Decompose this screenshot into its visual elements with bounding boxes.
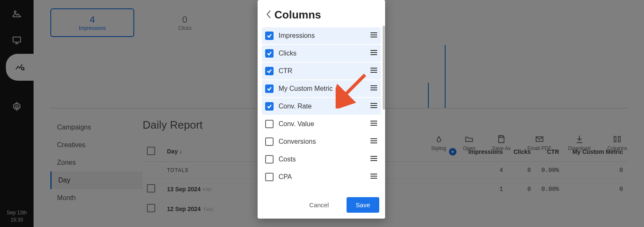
column-label: Clicks (279, 50, 365, 57)
drag-handle-icon[interactable] (370, 120, 378, 128)
drag-handle-icon[interactable] (370, 103, 378, 110)
column-checkbox[interactable] (265, 102, 274, 111)
drag-handle-icon[interactable] (370, 50, 378, 57)
drag-handle-icon[interactable] (370, 156, 378, 163)
back-icon[interactable] (266, 10, 272, 21)
column-label: Impressions (279, 32, 365, 40)
column-checkbox[interactable] (265, 84, 274, 93)
column-checkbox[interactable] (265, 49, 274, 58)
column-label: Conversions (279, 138, 365, 145)
column-checkbox[interactable] (265, 137, 274, 146)
column-item[interactable]: Conversions (262, 133, 381, 150)
column-item[interactable]: Clicks (262, 45, 381, 62)
drag-handle-icon[interactable] (370, 67, 378, 75)
column-label: Conv. Value (279, 120, 365, 128)
drag-handle-icon[interactable] (370, 32, 378, 40)
column-item[interactable]: Conv. Rate (262, 98, 381, 115)
modal-title: Columns (274, 8, 321, 21)
cancel-button[interactable]: Cancel (300, 197, 338, 213)
column-label: Costs (279, 156, 365, 163)
modal-header: Columns (258, 0, 385, 26)
column-item[interactable]: Conv. Value (262, 116, 381, 132)
column-label: My Custom Metric (279, 85, 365, 92)
drag-handle-icon[interactable] (370, 138, 378, 145)
columns-modal: Columns ImpressionsClicksCTRMy Custom Me… (258, 0, 385, 219)
column-item[interactable]: CPA (262, 169, 381, 185)
column-label: CTR (279, 67, 365, 75)
save-button[interactable]: Save (347, 197, 379, 213)
column-label: CPA (279, 173, 365, 181)
modal-body[interactable]: ImpressionsClicksCTRMy Custom MetricConv… (258, 26, 385, 191)
drag-handle-icon[interactable] (370, 85, 378, 92)
column-item[interactable]: Costs (262, 151, 381, 168)
drag-handle-icon[interactable] (370, 173, 378, 181)
scrollbar-thumb[interactable] (383, 26, 385, 110)
column-checkbox[interactable] (265, 67, 274, 75)
column-item[interactable]: My Custom Metric (262, 80, 381, 97)
column-item[interactable]: CTR (262, 63, 381, 79)
column-checkbox[interactable] (265, 120, 274, 128)
column-checkbox[interactable] (265, 32, 274, 40)
chevron-left-icon (266, 10, 272, 19)
modal-footer: Cancel Save (258, 191, 385, 219)
column-checkbox[interactable] (265, 173, 274, 181)
column-checkbox[interactable] (265, 155, 274, 164)
column-item[interactable]: Impressions (262, 27, 381, 44)
column-label: Conv. Rate (279, 103, 365, 110)
